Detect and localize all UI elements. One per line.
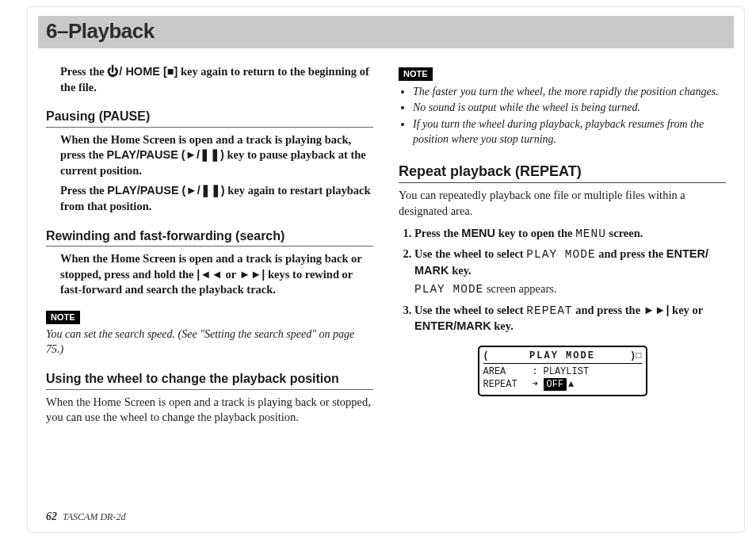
left-column: Press the ⏻/ HOME [■] key again to retur… bbox=[46, 59, 373, 430]
product-model: TASCAM DR-2d bbox=[63, 511, 125, 522]
step-item: Use the wheel to select PLAY MODE and pr… bbox=[414, 247, 726, 298]
intro-paragraph: Press the ⏻/ HOME [■] key again to retur… bbox=[60, 64, 373, 95]
lcd-rows: AREA:PLAYLISTREPEAT➜OFF▲ bbox=[483, 365, 642, 391]
heading-pausing: Pausing (PAUSE) bbox=[46, 108, 373, 128]
search-p1: When the Home Screen is open and a track… bbox=[60, 251, 373, 298]
lcd-screenshot: PLAY MODE AREA:PLAYLISTREPEAT➜OFF▲ bbox=[478, 346, 647, 397]
note-list-item: The faster you turn the wheel, the more … bbox=[413, 85, 726, 100]
step-item: Use the wheel to select REPEAT and press… bbox=[414, 303, 726, 334]
two-column-body: Press the ⏻/ HOME [■] key again to retur… bbox=[46, 59, 726, 430]
step-followup: PLAY MODE screen appears. bbox=[414, 281, 726, 298]
lcd-row: REPEAT➜OFF▲ bbox=[483, 378, 642, 391]
pausing-p1: When the Home Screen is open and a track… bbox=[60, 132, 373, 179]
heading-repeat: Repeat playback (REPEAT) bbox=[399, 162, 726, 183]
lcd-title: PLAY MODE bbox=[483, 350, 642, 364]
page-number: 62 bbox=[46, 510, 57, 522]
pausing-p2: Press the PLAY/PAUSE (►/❚❚) key again to… bbox=[60, 183, 373, 214]
note-list-item: If you turn the wheel during playback, p… bbox=[413, 117, 726, 147]
repeat-steps: Press the MENU key to open the MENU scre… bbox=[399, 226, 726, 334]
right-column: NOTE The faster you turn the wheel, the … bbox=[399, 59, 726, 430]
heading-search: Rewinding and fast-forwarding (search) bbox=[46, 227, 373, 247]
lcd-row: AREA:PLAYLIST bbox=[483, 365, 642, 378]
note-list: The faster you turn the wheel, the more … bbox=[399, 85, 726, 148]
wheel-p1: When the Home Screen is open and a track… bbox=[46, 395, 373, 426]
heading-wheel: Using the wheel to change the playback p… bbox=[46, 370, 373, 390]
page-footer: 62 TASCAM DR-2d bbox=[46, 510, 125, 523]
chapter-header-bar: 6–Playback bbox=[38, 16, 734, 48]
repeat-intro: You can repeatedly playback one file or … bbox=[399, 188, 726, 219]
note-list-item: No sound is output while the wheel is be… bbox=[413, 101, 726, 116]
step-item: Press the MENU key to open the MENU scre… bbox=[414, 226, 726, 243]
note-label: NOTE bbox=[46, 311, 80, 324]
note-search-speed: You can set the search speed. (See "Sett… bbox=[46, 327, 373, 357]
note-label: NOTE bbox=[399, 67, 433, 81]
chapter-title: 6–Playback bbox=[46, 19, 726, 44]
